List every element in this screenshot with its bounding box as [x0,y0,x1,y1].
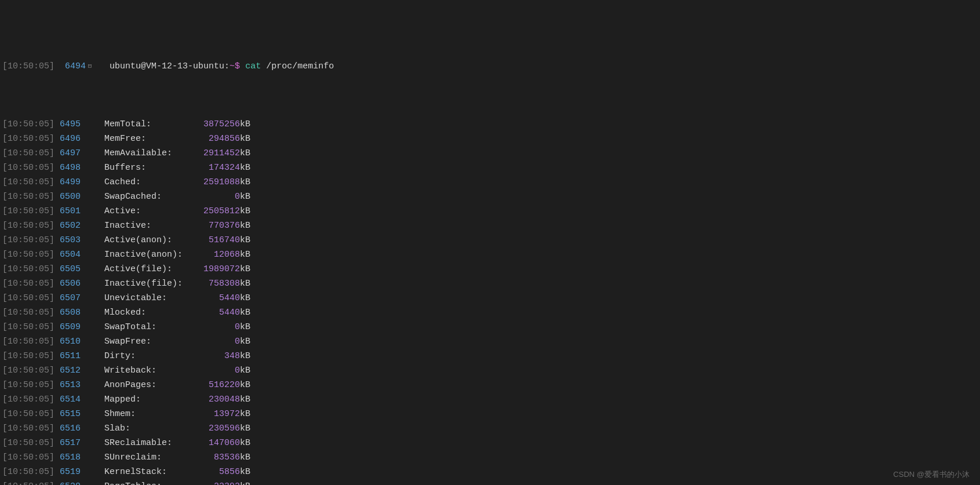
timestamp: [10:50:05] [2,218,54,233]
meminfo-value: 2911452 [193,146,240,161]
output-row: [10:50:05] 6495 MemTotal:3875256 kB [2,117,980,132]
meminfo-key: SwapTotal: [104,320,193,334]
output-row: [10:50:05] 6508 Mlocked:5440 kB [2,305,980,320]
meminfo-key: KernelStack: [104,465,193,479]
gutter [81,363,89,378]
meminfo-key: Active(anon): [104,233,193,247]
fold-icon[interactable]: ⊟ [86,59,94,74]
meminfo-key: PageTables: [104,479,193,485]
meminfo-key: Mapped: [104,392,193,407]
meminfo-unit: kB [240,117,250,132]
line-number: 6511 [54,349,81,363]
timestamp: [10:50:05] [2,175,54,189]
line-number: 6512 [54,363,81,378]
meminfo-unit: kB [240,407,250,421]
timestamp: [10:50:05] [2,450,54,465]
line-number: 6516 [54,421,81,436]
output-row: [10:50:05] 6515 Shmem:13972 kB [2,407,980,421]
timestamp: [10:50:05] [2,247,54,262]
output-row: [10:50:05] 6512 Writeback:0 kB [2,363,980,378]
meminfo-value: 0 [193,320,240,334]
line-number: 6518 [54,450,81,465]
meminfo-key: MemTotal: [104,117,193,132]
meminfo-key: Cached: [104,175,193,189]
gutter [81,175,89,189]
meminfo-key: Dirty: [104,349,193,363]
meminfo-key: Shmem: [104,407,193,421]
terminal-output[interactable]: [10:50:05] 6494 ⊟ ubuntu@VM-12-13-ubuntu… [0,0,980,485]
meminfo-value: 5856 [193,465,240,479]
output-row: [10:50:05] 6518 SUnreclaim:83536 kB [2,450,980,465]
gutter [81,392,89,407]
output-row: [10:50:05] 6513 AnonPages:516220 kB [2,378,980,392]
meminfo-value: 12068 [193,247,240,262]
meminfo-unit: kB [240,479,250,485]
meminfo-unit: kB [240,175,250,189]
timestamp: [10:50:05] [2,334,54,349]
line-number: 6519 [54,465,81,479]
meminfo-key: Active(file): [104,262,193,276]
output-row: [10:50:05] 6509 SwapTotal:0 kB [2,320,980,334]
line-number: 6514 [54,392,81,407]
meminfo-unit: kB [240,218,250,233]
meminfo-unit: kB [240,276,250,291]
gutter [81,132,89,146]
meminfo-unit: kB [240,334,250,349]
line-number: 6508 [54,305,81,320]
meminfo-key: Inactive: [104,218,193,233]
meminfo-unit: kB [240,291,250,305]
meminfo-key: Unevictable: [104,291,193,305]
output-row: [10:50:05] 6507 Unevictable:5440 kB [2,291,980,305]
meminfo-value: 770376 [193,218,240,233]
watermark: CSDN @爱看书的小沐 [893,467,970,482]
timestamp: [10:50:05] [2,59,54,74]
timestamp: [10:50:05] [2,392,54,407]
meminfo-key: MemFree: [104,132,193,146]
line-number: 6507 [54,291,81,305]
meminfo-unit: kB [240,233,250,247]
timestamp: [10:50:05] [2,204,54,218]
timestamp: [10:50:05] [2,479,54,485]
output-row: [10:50:05] 6497 MemAvailable:2911452 kB [2,146,980,161]
meminfo-key: Slab: [104,421,193,436]
meminfo-key: Inactive(file): [104,276,193,291]
output-row: [10:50:05] 6498 Buffers:174324 kB [2,161,980,175]
timestamp: [10:50:05] [2,436,54,450]
timestamp: [10:50:05] [2,421,54,436]
meminfo-key: SwapCached: [104,189,193,204]
meminfo-unit: kB [240,349,250,363]
gutter [81,378,89,392]
line-number: 6509 [54,320,81,334]
line-number: 6494 [60,59,86,74]
timestamp: [10:50:05] [2,189,54,204]
gutter [81,276,89,291]
timestamp: [10:50:05] [2,407,54,421]
gutter [81,349,89,363]
line-number: 6502 [54,218,81,233]
meminfo-value: 758308 [193,276,240,291]
prompt-host: ubuntu@VM-12-13-ubuntu [110,59,224,74]
timestamp: [10:50:05] [2,363,54,378]
meminfo-unit: kB [240,320,250,334]
command: cat [245,59,261,74]
gutter [81,320,89,334]
meminfo-value: 0 [193,363,240,378]
timestamp: [10:50:05] [2,233,54,247]
meminfo-key: Writeback: [104,363,193,378]
meminfo-value: 294856 [193,132,240,146]
line-number: 6504 [54,247,81,262]
line-number: 6500 [54,189,81,204]
meminfo-unit: kB [240,247,250,262]
timestamp: [10:50:05] [2,146,54,161]
gutter [81,291,89,305]
meminfo-key: Inactive(anon): [104,247,193,262]
timestamp: [10:50:05] [2,262,54,276]
gutter [81,407,89,421]
meminfo-key: SUnreclaim: [104,450,193,465]
gutter [81,117,89,132]
timestamp: [10:50:05] [2,305,54,320]
timestamp: [10:50:05] [2,320,54,334]
meminfo-key: Mlocked: [104,305,193,320]
meminfo-value: 348 [193,349,240,363]
meminfo-unit: kB [240,189,250,204]
